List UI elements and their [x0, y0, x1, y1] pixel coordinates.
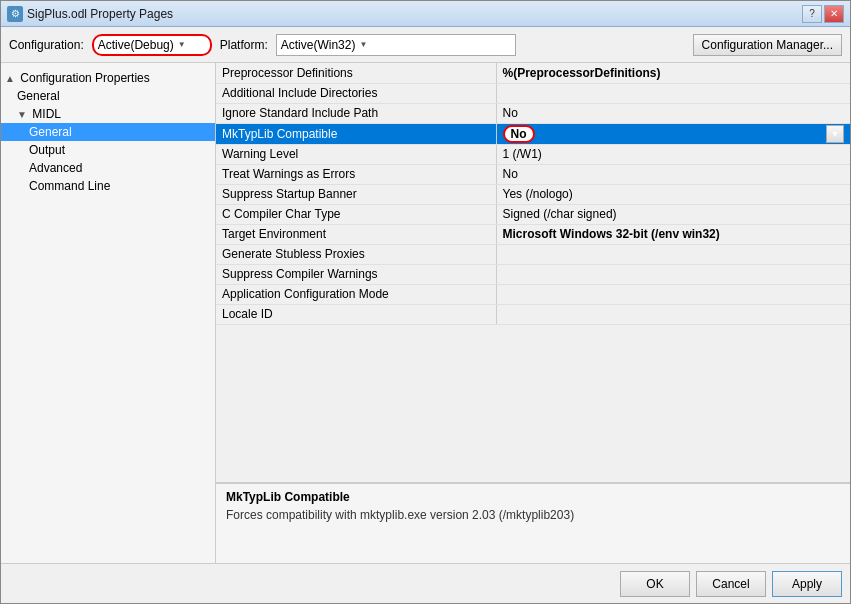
- prop-value: [496, 83, 850, 103]
- sidebar-item-general[interactable]: General: [1, 87, 215, 105]
- platform-dropdown[interactable]: Active(Win32) ▼: [276, 34, 516, 56]
- prop-value: Signed (/char signed): [496, 204, 850, 224]
- prop-value: No ▼: [496, 123, 850, 144]
- prop-name: Additional Include Directories: [216, 83, 496, 103]
- window-title: SigPlus.odl Property Pages: [27, 7, 173, 21]
- sidebar-item-midl-general[interactable]: General: [1, 123, 215, 141]
- title-bar: ⚙ SigPlus.odl Property Pages ? ✕: [1, 1, 850, 27]
- prop-value: [496, 264, 850, 284]
- mktyplib-value: No: [503, 125, 535, 143]
- prop-value: %(PreprocessorDefinitions): [496, 63, 850, 83]
- sidebar-item-label: General: [17, 89, 60, 103]
- sidebar-item-midl-cmdline[interactable]: Command Line: [1, 177, 215, 195]
- config-label: Configuration:: [9, 38, 84, 52]
- platform-value: Active(Win32): [281, 38, 356, 52]
- button-bar: OK Cancel Apply: [1, 563, 850, 603]
- table-row[interactable]: Ignore Standard Include Path No: [216, 103, 850, 123]
- help-button[interactable]: ?: [802, 5, 822, 23]
- sidebar-item-label: Command Line: [29, 179, 110, 193]
- window-icon: ⚙: [7, 6, 23, 22]
- prop-name: Preprocessor Definitions: [216, 63, 496, 83]
- sidebar-item-midl-advanced[interactable]: Advanced: [1, 159, 215, 177]
- properties-grid: Preprocessor Definitions %(PreprocessorD…: [216, 63, 850, 325]
- title-bar-left: ⚙ SigPlus.odl Property Pages: [7, 6, 173, 22]
- prop-value: [496, 244, 850, 264]
- prop-value: [496, 304, 850, 324]
- table-row[interactable]: Application Configuration Mode: [216, 284, 850, 304]
- toolbar: Configuration: Active(Debug) ▼ Platform:…: [1, 27, 850, 63]
- sidebar-item-label: Output: [29, 143, 65, 157]
- sidebar-item-label: Advanced: [29, 161, 82, 175]
- prop-value: [496, 284, 850, 304]
- table-row[interactable]: C Compiler Char Type Signed (/char signe…: [216, 204, 850, 224]
- expand-icon: ▲: [5, 73, 17, 84]
- prop-value: Yes (/nologo): [496, 184, 850, 204]
- sidebar-item-midl-output[interactable]: Output: [1, 141, 215, 159]
- config-value: Active(Debug): [98, 38, 174, 52]
- sidebar: ▲ Configuration Properties General ▼ MID…: [1, 63, 216, 563]
- table-row[interactable]: Locale ID: [216, 304, 850, 324]
- table-row[interactable]: Treat Warnings as Errors No: [216, 164, 850, 184]
- main-content: ▲ Configuration Properties General ▼ MID…: [1, 63, 850, 563]
- prop-name: Target Environment: [216, 224, 496, 244]
- prop-name: Generate Stubless Proxies: [216, 244, 496, 264]
- dropdown-cell: No ▼: [503, 125, 845, 143]
- sidebar-item-label: Configuration Properties: [20, 71, 149, 85]
- sidebar-item-label: MIDL: [32, 107, 61, 121]
- cancel-button[interactable]: Cancel: [696, 571, 766, 597]
- table-row[interactable]: Preprocessor Definitions %(PreprocessorD…: [216, 63, 850, 83]
- prop-value: 1 (/W1): [496, 144, 850, 164]
- prop-name: Ignore Standard Include Path: [216, 103, 496, 123]
- prop-value: No: [496, 103, 850, 123]
- prop-name: MkTypLib Compatible: [216, 123, 496, 144]
- prop-name: Application Configuration Mode: [216, 284, 496, 304]
- sidebar-item-config-props[interactable]: ▲ Configuration Properties: [1, 69, 215, 87]
- table-row[interactable]: Target Environment Microsoft Windows 32-…: [216, 224, 850, 244]
- prop-name: Warning Level: [216, 144, 496, 164]
- platform-label: Platform:: [220, 38, 268, 52]
- description-text: Forces compatibility with mktyplib.exe v…: [226, 508, 840, 522]
- properties-table: Preprocessor Definitions %(PreprocessorD…: [216, 63, 850, 483]
- prop-name: Suppress Startup Banner: [216, 184, 496, 204]
- properties-panel: Preprocessor Definitions %(PreprocessorD…: [216, 63, 850, 563]
- description-panel: MkTypLib Compatible Forces compatibility…: [216, 483, 850, 563]
- expand-icon: ▼: [17, 109, 29, 120]
- description-title: MkTypLib Compatible: [226, 490, 840, 504]
- config-dropdown-arrow: ▼: [178, 40, 186, 49]
- property-pages-window: ⚙ SigPlus.odl Property Pages ? ✕ Configu…: [0, 0, 851, 604]
- table-row[interactable]: Suppress Compiler Warnings: [216, 264, 850, 284]
- sidebar-item-label: General: [29, 125, 72, 139]
- table-row-mktyplib[interactable]: MkTypLib Compatible No ▼: [216, 123, 850, 144]
- apply-button[interactable]: Apply: [772, 571, 842, 597]
- table-row[interactable]: Additional Include Directories: [216, 83, 850, 103]
- prop-value: Microsoft Windows 32-bit (/env win32): [496, 224, 850, 244]
- value-dropdown-button[interactable]: ▼: [826, 125, 844, 143]
- platform-dropdown-arrow: ▼: [359, 40, 367, 49]
- ok-button[interactable]: OK: [620, 571, 690, 597]
- table-row[interactable]: Suppress Startup Banner Yes (/nologo): [216, 184, 850, 204]
- title-buttons: ? ✕: [802, 5, 844, 23]
- prop-name: Suppress Compiler Warnings: [216, 264, 496, 284]
- close-button[interactable]: ✕: [824, 5, 844, 23]
- prop-name: C Compiler Char Type: [216, 204, 496, 224]
- table-row[interactable]: Generate Stubless Proxies: [216, 244, 850, 264]
- prop-name: Treat Warnings as Errors: [216, 164, 496, 184]
- table-row[interactable]: Warning Level 1 (/W1): [216, 144, 850, 164]
- prop-name: Locale ID: [216, 304, 496, 324]
- config-dropdown[interactable]: Active(Debug) ▼: [92, 34, 212, 56]
- config-manager-button[interactable]: Configuration Manager...: [693, 34, 842, 56]
- sidebar-item-midl[interactable]: ▼ MIDL: [1, 105, 215, 123]
- prop-value: No: [496, 164, 850, 184]
